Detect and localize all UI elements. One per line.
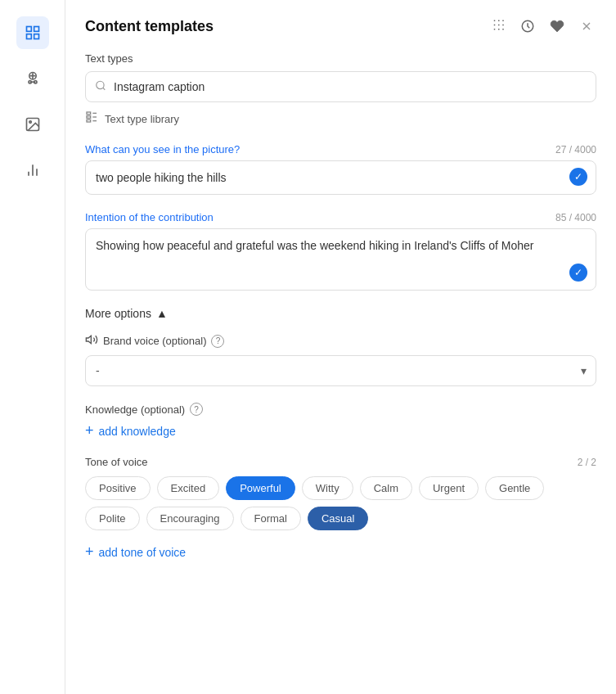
intention-field: Intention of the contribution 85 / 4000 … (85, 211, 596, 291)
sidebar-item-media[interactable] (16, 108, 49, 141)
sidebar-item-ai[interactable] (16, 62, 49, 95)
tone-chips-row2: Polite Encouraging Formal Casual (85, 507, 596, 530)
header-actions (488, 16, 596, 36)
sidebar-item-analytics[interactable] (16, 154, 49, 187)
add-knowledge-link[interactable]: + add knowledge (85, 422, 596, 439)
intention-field-label: Intention of the contribution (85, 211, 214, 223)
intention-field-wrapper: Showing how peaceful and grateful was th… (85, 228, 596, 291)
history-icon[interactable] (518, 16, 537, 36)
search-container (85, 71, 596, 102)
add-tone-link[interactable]: + add tone of voice (85, 543, 596, 561)
svg-rect-0 (26, 27, 31, 32)
tone-of-voice-section: Tone of voice 2 / 2 Positive Excited Pow… (85, 456, 596, 530)
chip-calm[interactable]: Calm (360, 476, 412, 500)
intention-field-header: Intention of the contribution 85 / 4000 (85, 211, 596, 223)
brand-voice-select-wrapper: - Formal Casual Friendly ▾ (85, 355, 596, 386)
sidebar-item-content[interactable] (16, 16, 49, 49)
add-tone-plus-icon: + (85, 543, 94, 561)
svg-rect-2 (34, 34, 38, 39)
chip-positive[interactable]: Positive (85, 476, 151, 500)
intention-check-icon: ✓ (569, 264, 587, 282)
picture-field-header: What can you see in the picture? 27 / 40… (85, 143, 596, 155)
chip-encouraging[interactable]: Encouraging (146, 507, 234, 530)
knowledge-text: Knowledge (optional) (85, 403, 185, 416)
intention-field-counter: 85 / 4000 (555, 212, 596, 223)
header: Content templates (85, 16, 596, 36)
tone-label: Tone of voice (85, 456, 148, 468)
text-type-library-link[interactable]: Text type library (85, 110, 596, 127)
chip-polite[interactable]: Polite (85, 507, 140, 530)
brand-voice-help-icon[interactable]: ? (211, 335, 224, 348)
page-title: Content templates (85, 18, 214, 35)
more-options-toggle[interactable]: More options ▲ (85, 307, 596, 320)
heart-icon[interactable] (547, 16, 567, 36)
chip-excited[interactable]: Excited (157, 476, 220, 500)
tone-chips-row1: Positive Excited Powerful Witty Calm Urg… (85, 476, 596, 500)
main-panel: Content templates (65, 0, 616, 694)
brand-voice-icon (85, 333, 98, 349)
knowledge-help-icon[interactable]: ? (190, 403, 203, 416)
svg-rect-13 (87, 112, 91, 115)
svg-rect-1 (34, 27, 38, 32)
svg-rect-3 (26, 34, 31, 39)
picture-field-wrapper: ✓ (85, 160, 596, 195)
close-icon[interactable] (577, 16, 596, 36)
svg-marker-19 (86, 336, 91, 343)
intention-field-textarea[interactable]: Showing how peaceful and grateful was th… (86, 229, 596, 286)
search-icon (95, 80, 106, 94)
add-knowledge-label: add knowledge (99, 425, 176, 438)
knowledge-label: Knowledge (optional) ? (85, 403, 596, 416)
svg-point-12 (97, 81, 104, 88)
svg-rect-15 (87, 119, 91, 122)
add-tone-label: add tone of voice (99, 546, 187, 559)
picture-check-icon: ✓ (569, 168, 587, 186)
grid-icon[interactable] (488, 16, 508, 36)
text-type-search-input[interactable] (85, 71, 596, 102)
tone-header: Tone of voice 2 / 2 (85, 456, 596, 468)
picture-field-counter: 27 / 4000 (555, 144, 596, 155)
library-icon (85, 110, 98, 127)
chip-gentle[interactable]: Gentle (485, 476, 544, 500)
picture-field-input[interactable] (86, 161, 596, 194)
picture-field-label: What can you see in the picture? (85, 143, 240, 155)
chip-witty[interactable]: Witty (302, 476, 353, 500)
brand-voice-label: Brand voice (optional) ? (85, 333, 596, 349)
svg-rect-14 (87, 116, 91, 119)
chip-urgent[interactable]: Urgent (419, 476, 479, 500)
svg-point-8 (29, 121, 31, 124)
chip-powerful[interactable]: Powerful (226, 476, 295, 500)
add-knowledge-plus-icon: + (85, 422, 94, 439)
chip-formal[interactable]: Formal (241, 507, 301, 530)
library-label: Text type library (105, 113, 179, 125)
more-options-label: More options (85, 307, 151, 320)
chip-casual[interactable]: Casual (308, 507, 368, 530)
brand-voice-select[interactable]: - Formal Casual Friendly (85, 355, 596, 386)
picture-field: What can you see in the picture? 27 / 40… (85, 143, 596, 195)
more-options-arrow: ▲ (156, 307, 168, 320)
sidebar (0, 0, 65, 694)
text-types-label: Text types (85, 52, 596, 65)
tone-counter: 2 / 2 (578, 457, 596, 468)
brand-voice-text: Brand voice (optional) (103, 335, 206, 347)
